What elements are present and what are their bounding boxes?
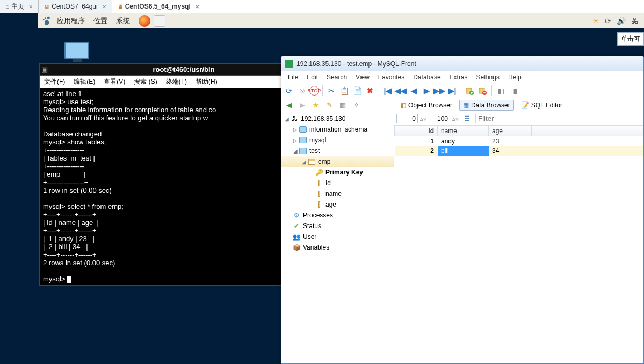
cancel-icon[interactable]: ⦸	[296, 85, 307, 96]
filter-icon[interactable]: ☰	[464, 115, 470, 122]
gnome-foot-icon[interactable]	[41, 15, 53, 27]
terminal-body[interactable]: ase' at line 1 mysql> use test; Reading …	[40, 88, 318, 285]
tree-user[interactable]: 👥 User	[281, 231, 394, 242]
edge-button[interactable]: 单击可	[617, 32, 644, 46]
terminal-titlebar[interactable]: ▣ root@t460:/usr/bin	[40, 64, 318, 76]
expander-icon[interactable]: ◢	[301, 159, 307, 165]
tree-host[interactable]: ◢ 🖧 192.168.35.130	[281, 113, 394, 124]
delete-icon[interactable]: ✖	[365, 85, 375, 96]
firefox-icon[interactable]	[139, 15, 150, 27]
term-menu-view[interactable]: 查看(V)	[99, 77, 129, 86]
tree-col-name[interactable]: name	[281, 188, 394, 199]
paste-icon[interactable]: 📄	[352, 85, 363, 96]
tree-col-age[interactable]: age	[281, 199, 394, 210]
copy-icon[interactable]: 📋	[339, 85, 350, 96]
next-icon[interactable]: ▶	[421, 85, 432, 96]
app-titlebar[interactable]: 192.168.35.130 - test.emp - MySQL-Front	[281, 56, 643, 71]
prev-icon[interactable]: ◀	[408, 85, 419, 96]
table-row[interactable]: 2 bill 34	[395, 146, 643, 156]
close-icon[interactable]: ✕	[102, 4, 106, 10]
nautilus-icon[interactable]	[154, 15, 165, 27]
tree-col-id[interactable]: Id	[281, 178, 394, 188]
cell-age[interactable]: 23	[489, 136, 532, 146]
post-icon[interactable]: ◧	[495, 85, 506, 96]
close-icon[interactable]: ✕	[28, 4, 33, 10]
last-icon[interactable]: ▶|	[447, 85, 458, 96]
cell-name[interactable]: bill	[438, 146, 489, 156]
tree-db-test[interactable]: ◢ test	[281, 145, 394, 156]
cell-id[interactable]: 2	[395, 146, 438, 156]
expander-icon[interactable]: ▷	[292, 137, 299, 143]
menu-file[interactable]: File	[284, 74, 302, 81]
tree-status[interactable]: ✔ Status	[281, 221, 394, 231]
delete-row-icon[interactable]	[477, 85, 488, 96]
tree-processes[interactable]: ⚙ Processes	[281, 210, 394, 221]
close-icon[interactable]: ✕	[195, 4, 199, 10]
menu-view[interactable]: View	[351, 74, 374, 81]
col-age[interactable]: age	[489, 126, 532, 136]
menu-search[interactable]: Search	[322, 74, 351, 81]
favorite-icon[interactable]: ★	[310, 100, 321, 111]
menu-favorites[interactable]: Favorites	[374, 74, 409, 81]
forward-icon[interactable]: ▶	[297, 100, 308, 111]
desktop-computer-icon[interactable]	[64, 42, 90, 63]
prev-page-icon[interactable]: ◀◀	[395, 85, 406, 96]
menu-help[interactable]: Help	[504, 74, 526, 81]
insert-icon[interactable]	[465, 85, 475, 96]
first-icon[interactable]: |◀	[382, 85, 393, 96]
stop-icon[interactable]: STOP	[309, 86, 319, 96]
tree-table-emp[interactable]: ◢ emp	[281, 156, 394, 167]
expander-icon[interactable]: ◢	[292, 148, 299, 154]
refresh-icon[interactable]: ⟳	[284, 85, 294, 96]
tree-variables[interactable]: 📦 Variables	[281, 242, 394, 253]
update-icon[interactable]: ⟳	[605, 17, 611, 25]
offset-input[interactable]	[396, 114, 418, 123]
cut-icon[interactable]: ✂	[326, 85, 337, 96]
sql-editor-button[interactable]: 📝 SQL Editor	[517, 100, 566, 111]
menu-settings[interactable]: Settings	[472, 74, 504, 81]
gnome-apps-menu[interactable]: 应用程序	[53, 16, 89, 26]
vm-tab-centos6[interactable]: 🖥 CentOS6.5_64_mysql ✕	[112, 0, 205, 13]
col-name[interactable]: name	[438, 126, 489, 136]
tree-label: 192.168.35.130	[301, 115, 345, 122]
data-browser-button[interactable]: ▦ Data Browser	[459, 100, 514, 111]
expander-icon[interactable]: ◢	[284, 116, 290, 122]
vm-tab-home[interactable]: ⌂ 主页 ✕	[0, 0, 39, 13]
cell-id[interactable]: 1	[395, 136, 438, 146]
spinner-icon[interactable]: ▵▿	[452, 115, 459, 122]
cell-age[interactable]: 34	[489, 146, 532, 156]
object-tree[interactable]: ◢ 🖧 192.168.35.130 ▷ information_schema …	[281, 112, 394, 363]
expander-icon[interactable]: ▷	[292, 127, 299, 133]
gnome-places-menu[interactable]: 位置	[89, 16, 112, 26]
volume-icon[interactable]: 🔊	[617, 17, 626, 25]
cancel2-icon[interactable]: ◨	[508, 85, 519, 96]
tree-db-mysql[interactable]: ▷ mysql	[281, 135, 394, 145]
term-menu-edit[interactable]: 编辑(E)	[69, 77, 99, 86]
network-icon[interactable]: 🖧	[631, 17, 639, 25]
obj-prop-icon[interactable]: ✎	[324, 100, 335, 111]
menu-database[interactable]: Database	[409, 74, 445, 81]
sun-icon[interactable]: ☀	[592, 17, 599, 25]
spinner-icon[interactable]: ▵▿	[420, 115, 426, 122]
term-menu-terminal[interactable]: 终端(T)	[162, 77, 191, 86]
next-page-icon[interactable]: ▶▶	[434, 85, 445, 96]
term-menu-help[interactable]: 帮助(H)	[191, 77, 222, 86]
object-browser-button[interactable]: ◧ Object Browser	[396, 100, 456, 111]
gnome-system-menu[interactable]: 系统	[112, 16, 134, 26]
obj-new-icon[interactable]: ▦	[337, 100, 348, 111]
data-grid[interactable]: Id name age 1 andy 23 2 bill 34	[394, 125, 643, 363]
col-id[interactable]: Id	[395, 126, 438, 136]
term-menu-file[interactable]: 文件(F)	[40, 77, 69, 86]
obj-del-icon[interactable]: ✧	[351, 100, 361, 111]
tree-primary-key[interactable]: 🔑 Primary Key	[281, 167, 394, 178]
menu-edit[interactable]: Edit	[302, 74, 322, 81]
limit-input[interactable]	[429, 114, 450, 123]
filter-input[interactable]	[475, 114, 640, 123]
menu-extras[interactable]: Extras	[445, 74, 472, 81]
tree-db-information-schema[interactable]: ▷ information_schema	[281, 124, 394, 135]
vm-tab-centos7[interactable]: 🖥 CentOS7_64gui ✕	[39, 0, 112, 13]
cell-name[interactable]: andy	[438, 136, 489, 146]
back-icon[interactable]: ◀	[284, 100, 294, 111]
table-row[interactable]: 1 andy 23	[395, 136, 643, 146]
term-menu-search[interactable]: 搜索 (S)	[129, 77, 161, 86]
